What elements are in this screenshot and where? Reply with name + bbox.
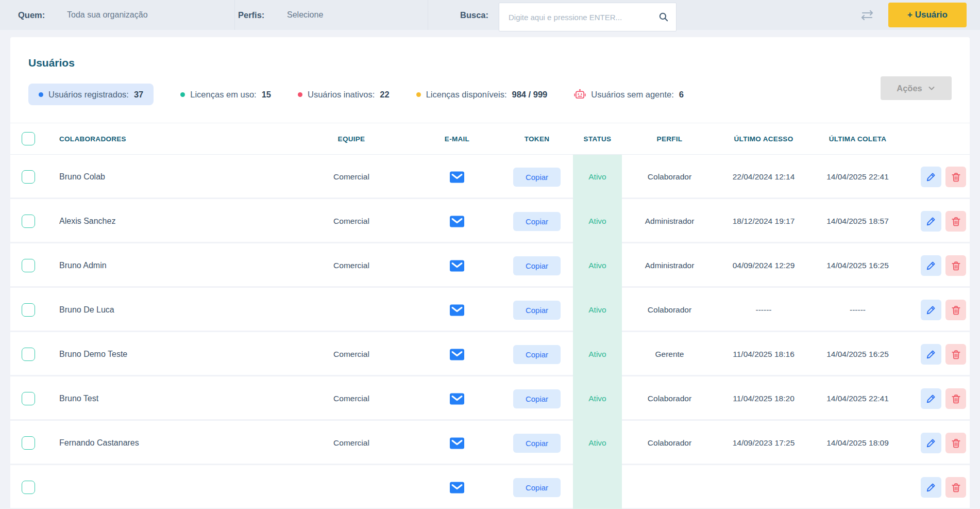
swap-arrows-icon[interactable] xyxy=(859,0,875,30)
search-icon[interactable] xyxy=(658,12,676,22)
table-row: Bruno Test Comercial Copiar Ativo Colabo… xyxy=(10,376,970,421)
delete-button[interactable] xyxy=(945,344,966,365)
delete-button[interactable] xyxy=(945,167,966,187)
email-envelope-icon[interactable] xyxy=(413,348,501,361)
edit-button[interactable] xyxy=(921,211,941,232)
search-input[interactable] xyxy=(499,13,658,22)
topbar: Quem: Toda sua organização Perfis: Selec… xyxy=(0,0,980,30)
edit-button[interactable] xyxy=(921,344,941,365)
yellow-dot-icon xyxy=(416,92,421,97)
column-header-status: STATUS xyxy=(573,135,622,143)
edit-button[interactable] xyxy=(921,477,941,498)
row-checkbox[interactable] xyxy=(22,436,35,450)
ultimo-acesso-value: 22/04/2024 12:14 xyxy=(717,172,810,182)
ultima-coleta-value: 14/04/2025 22:41 xyxy=(810,394,905,403)
copy-token-button[interactable]: Copiar xyxy=(513,434,561,453)
edit-button[interactable] xyxy=(921,255,941,276)
actions-button-label: Ações xyxy=(897,84,922,93)
stat-licenses-in-use: Licenças em uso: 15 xyxy=(180,90,271,100)
actions-button[interactable]: Ações xyxy=(881,76,952,100)
column-header-colaboradores: COLABORADORES xyxy=(47,135,290,143)
copy-token-button[interactable]: Copiar xyxy=(513,168,561,187)
delete-button[interactable] xyxy=(945,433,966,453)
stat-label: Licenças disponíveis: xyxy=(426,90,507,100)
email-envelope-icon[interactable] xyxy=(413,481,501,494)
copy-token-button[interactable]: Copiar xyxy=(513,478,561,497)
copy-token-button[interactable]: Copiar xyxy=(513,256,561,275)
select-all-checkbox[interactable] xyxy=(22,132,35,145)
who-filter-select[interactable]: Toda sua organização xyxy=(67,10,148,20)
ultimo-acesso-value: ------ xyxy=(717,305,810,315)
row-checkbox[interactable] xyxy=(22,303,35,317)
edit-button[interactable] xyxy=(921,388,941,409)
email-envelope-icon[interactable] xyxy=(413,304,501,317)
table-row: Bruno Admin Comercial Copiar Ativo Admin… xyxy=(10,243,970,288)
topbar-divider xyxy=(234,0,235,30)
trash-icon xyxy=(951,349,961,360)
stat-value: 15 xyxy=(262,90,271,100)
edit-button[interactable] xyxy=(921,433,941,453)
status-badge: Ativo xyxy=(573,421,622,465)
row-actions xyxy=(905,477,970,498)
status-badge: Ativo xyxy=(573,155,622,199)
row-checkbox[interactable] xyxy=(22,215,35,228)
perfil-value: Colaborador xyxy=(622,394,717,403)
who-filter-label: Quem: xyxy=(18,10,45,20)
search-label: Busca: xyxy=(460,10,488,20)
ultima-coleta-value: 14/04/2025 16:25 xyxy=(810,261,905,270)
email-envelope-icon[interactable] xyxy=(413,437,501,450)
trash-icon xyxy=(951,438,961,449)
trash-icon xyxy=(951,305,961,316)
pencil-icon xyxy=(925,216,937,227)
status-badge xyxy=(573,465,622,509)
row-checkbox[interactable] xyxy=(22,259,35,272)
delete-button[interactable] xyxy=(945,388,966,409)
row-checkbox[interactable] xyxy=(22,392,35,405)
row-checkbox[interactable] xyxy=(22,170,35,184)
delete-button[interactable] xyxy=(945,211,966,232)
trash-icon xyxy=(951,482,961,493)
row-actions xyxy=(905,388,970,409)
table-row: Bruno De Luca Copiar Ativo Colaborador -… xyxy=(10,288,970,332)
equipe-value: Comercial xyxy=(290,394,413,403)
status-badge: Ativo xyxy=(573,288,622,332)
delete-button[interactable] xyxy=(945,477,966,498)
column-header-equipe: EQUIPE xyxy=(290,135,413,143)
perfil-value: Administrador xyxy=(622,217,717,226)
stat-users-without-agent: Usuários sem agente: 6 xyxy=(574,89,684,101)
email-envelope-icon[interactable] xyxy=(413,215,501,228)
row-checkbox[interactable] xyxy=(22,348,35,361)
copy-token-button[interactable]: Copiar xyxy=(513,345,561,364)
delete-button[interactable] xyxy=(945,300,966,320)
copy-token-button[interactable]: Copiar xyxy=(513,389,561,408)
profiles-filter-select[interactable]: Selecione xyxy=(287,10,323,20)
search-box xyxy=(499,3,677,31)
stat-label: Licenças em uso: xyxy=(190,90,256,100)
trash-icon xyxy=(951,216,961,227)
status-badge: Ativo xyxy=(573,376,622,421)
delete-button[interactable] xyxy=(945,255,966,276)
equipe-value: Comercial xyxy=(290,350,413,359)
add-user-button[interactable]: + Usuário xyxy=(888,3,967,27)
copy-token-button[interactable]: Copiar xyxy=(513,212,561,231)
row-actions xyxy=(905,433,970,453)
email-envelope-icon[interactable] xyxy=(413,392,501,405)
colaborador-name: Bruno Admin xyxy=(47,261,290,270)
row-actions xyxy=(905,255,970,276)
chevron-down-icon xyxy=(927,84,936,92)
table-row: Bruno Demo Teste Comercial Copiar Ativo … xyxy=(10,332,970,376)
row-checkbox[interactable] xyxy=(22,481,35,494)
status-badge: Ativo xyxy=(573,243,622,288)
edit-button[interactable] xyxy=(921,300,941,320)
stat-value: 37 xyxy=(134,90,143,100)
green-dot-icon xyxy=(180,92,185,97)
copy-token-button[interactable]: Copiar xyxy=(513,301,561,320)
status-badge: Ativo xyxy=(573,332,622,376)
column-header-ultima-coleta: ÚLTIMA COLETA xyxy=(810,135,905,143)
row-actions xyxy=(905,167,970,187)
perfil-value: Colaborador xyxy=(622,438,717,448)
blue-dot-icon xyxy=(39,92,43,97)
email-envelope-icon[interactable] xyxy=(413,171,501,184)
email-envelope-icon[interactable] xyxy=(413,259,501,272)
edit-button[interactable] xyxy=(921,167,941,187)
